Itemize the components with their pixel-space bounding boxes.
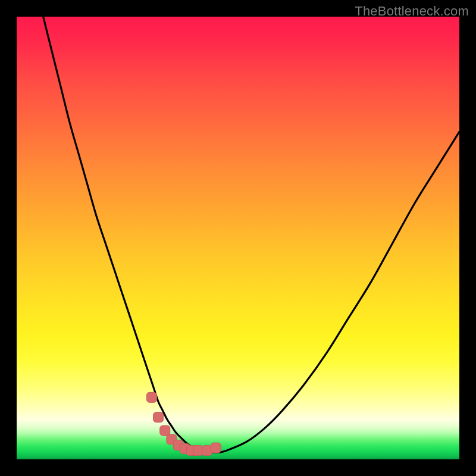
marker [146,392,156,402]
watermark-text: TheBottleneck.com [355,4,469,19]
plot-area [17,17,459,459]
bottleneck-curve [43,17,459,453]
marker [154,412,164,422]
marker [211,443,221,453]
marker [160,425,170,436]
curve-layer [17,17,459,459]
outer-frame: TheBottleneck.com [0,0,476,476]
